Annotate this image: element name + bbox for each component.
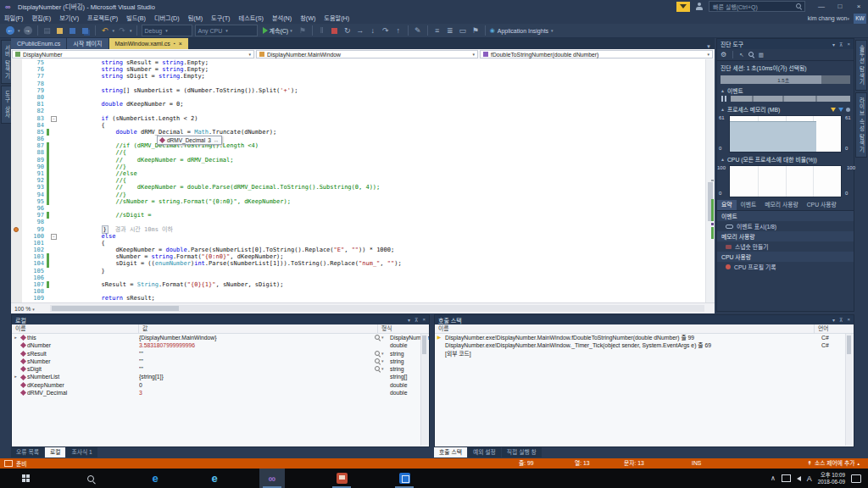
pencil-icon[interactable]: ✎ (413, 25, 423, 36)
undo-button[interactable]: ↶ (100, 25, 110, 36)
breakpoint-margin[interactable] (11, 260, 22, 267)
breakpoint-margin[interactable] (11, 149, 22, 156)
application-insights-button[interactable]: ◉ Application Insights▾ (490, 27, 554, 34)
chevron-down-icon[interactable]: ▾ (381, 365, 384, 373)
scrollbar-thumb[interactable] (422, 336, 426, 354)
menu-item[interactable]: 편집(E) (27, 13, 55, 24)
menu-item[interactable]: 프로젝트(P) (83, 13, 122, 24)
locals-scrollbar[interactable] (420, 334, 428, 446)
type-dropdown[interactable]: DisplayNumber.MainWindow▾ (256, 50, 478, 58)
fold-margin[interactable]: − (49, 233, 58, 240)
magnifier-icon[interactable] (375, 366, 381, 372)
pin-icon[interactable]: ⊼ (839, 317, 843, 323)
breakpoint-margin[interactable] (11, 212, 22, 219)
value-lens[interactable]: ▾ (375, 334, 390, 341)
locals-row[interactable]: ▸this{DisplayNumber.MainWindow}▾DisplayN… (12, 334, 429, 341)
taskbar-clock[interactable]: 오후 10:09 2018-06-09 (818, 472, 845, 485)
locals-row[interactable]: sDigit""▾string (12, 365, 429, 373)
menu-item[interactable]: 분석(N) (268, 13, 296, 24)
breakpoint-margin[interactable] (11, 129, 22, 136)
magnifier-icon[interactable] (375, 358, 381, 364)
open-file-button[interactable] (55, 25, 65, 36)
magnifier-icon[interactable] (375, 351, 381, 357)
breakpoint-margin[interactable] (11, 295, 22, 302)
scrollbar-thumb[interactable] (847, 336, 851, 354)
locals-row[interactable]: sResult""▾string (12, 350, 429, 358)
select-icon[interactable]: ↖ (739, 52, 743, 58)
value-lens[interactable]: ▾ (375, 358, 390, 365)
locals-title-bar[interactable]: 로컬 ▾⊼× (12, 315, 429, 324)
chevron-down-icon[interactable]: ▾ (18, 28, 20, 33)
taskbar-search-button[interactable] (78, 469, 103, 488)
gear-icon[interactable]: ⚙ (721, 51, 726, 58)
close-icon[interactable]: × (847, 42, 850, 47)
breakpoint-margin[interactable] (11, 191, 22, 198)
summary-action[interactable]: CPU 프로필 기록 (717, 262, 854, 272)
diagnostics-timeline[interactable]: 1.5초 (721, 75, 850, 84)
call-stack-row[interactable]: DisplayNumber.exe!DisplayNumber.MainWind… (435, 341, 854, 349)
list-indent-icon[interactable]: ≣ (445, 25, 455, 36)
user-account[interactable]: kim chang won ▾ KW (808, 14, 868, 24)
expander-icon[interactable]: ▸ (12, 334, 19, 341)
breakpoint-margin[interactable] (11, 177, 22, 184)
save-all-button[interactable] (81, 25, 91, 36)
restart-button[interactable]: ↻ (342, 25, 353, 36)
redo-button[interactable]: ↷ (117, 25, 127, 36)
breakpoint-margin[interactable] (11, 226, 22, 233)
right-vtab[interactable]: 라이브 속성 탐색기 (855, 92, 867, 158)
visual-studio-taskbar-button[interactable]: ∞ (259, 469, 285, 488)
red-app-taskbar-button[interactable] (329, 469, 354, 488)
breakpoint-margin[interactable] (11, 198, 22, 205)
continue-button[interactable]: 계속(C)▾ (260, 26, 295, 35)
step-into-button[interactable]: ↓ (368, 25, 378, 36)
breakpoint-margin[interactable] (11, 274, 22, 281)
solution-config-dropdown[interactable]: Debug▾ (142, 25, 192, 36)
panel-tab[interactable]: 호출 스택 (434, 447, 467, 458)
breakpoint-icon[interactable] (14, 227, 19, 232)
chart-icon[interactable]: ▥ (759, 52, 764, 58)
menu-item[interactable]: 파일(F) (0, 13, 27, 24)
breakpoint-margin[interactable] (11, 184, 22, 191)
breakpoint-margin[interactable] (11, 122, 22, 129)
call-stack-row[interactable]: ▶DisplayNumber.exe!DisplayNumber.MainWin… (435, 334, 854, 341)
pin-icon[interactable]: ⊼ (839, 42, 843, 47)
breakpoint-margin[interactable] (11, 87, 22, 94)
show-next-statement-button[interactable]: → (355, 25, 365, 36)
locals-row[interactable]: sNumber""▾string (12, 358, 429, 365)
zoom-icon[interactable] (748, 52, 754, 58)
quick-launch-input[interactable]: 빠른 실행(Ctrl+Q) (709, 1, 805, 12)
breakpoint-margin[interactable] (11, 115, 22, 122)
panel-tab[interactable]: 예외 설정 (468, 447, 501, 458)
project-dropdown[interactable]: DisplayNumber▾ (12, 50, 254, 58)
breakpoint-margin[interactable] (11, 281, 22, 288)
breakpoint-margin[interactable] (11, 170, 22, 177)
action-center-icon[interactable] (851, 474, 861, 483)
locals-row[interactable]: dNumber3.5831807999999996double (12, 341, 429, 349)
chevron-down-icon[interactable]: ▾ (130, 28, 132, 33)
editor-vertical-scrollbar[interactable] (705, 59, 715, 302)
breakpoint-margin[interactable] (11, 94, 22, 101)
navigate-back-button[interactable]: ← (5, 25, 15, 36)
document-tab[interactable]: MainWindow.xaml.cs▪× (109, 38, 188, 49)
close-tab-icon[interactable]: × (179, 38, 182, 49)
breakpoint-margin[interactable] (11, 157, 22, 164)
maximize-button[interactable]: □ (831, 0, 849, 13)
person-icon[interactable] (695, 3, 704, 11)
list-icon[interactable]: ≡ (432, 25, 442, 36)
breakpoint-margin[interactable] (11, 73, 22, 80)
editor-horizontal-scrollbar[interactable] (50, 305, 704, 312)
expander-icon[interactable]: ▸ (12, 373, 19, 380)
right-vtab[interactable]: 솔루션 탐색기 (855, 40, 867, 91)
edge-icon[interactable]: e (142, 469, 168, 488)
breakpoint-margin[interactable] (11, 233, 22, 240)
breakpoint-margin[interactable] (11, 219, 22, 225)
breakpoint-margin[interactable] (11, 136, 22, 142)
diagnostics-tab[interactable]: 메모리 사용량 (760, 200, 802, 210)
fold-collapse-icon[interactable]: − (51, 234, 57, 240)
value-lens[interactable]: ▾ (375, 365, 390, 373)
chevron-down-icon[interactable]: ▾ (381, 350, 384, 358)
call-stack-column-headers[interactable]: 이름 언어 (435, 324, 854, 334)
document-tab[interactable]: CPublicEnum.cs (11, 38, 66, 49)
minimize-button[interactable]: — (812, 0, 831, 13)
breakpoint-margin[interactable] (11, 268, 22, 274)
